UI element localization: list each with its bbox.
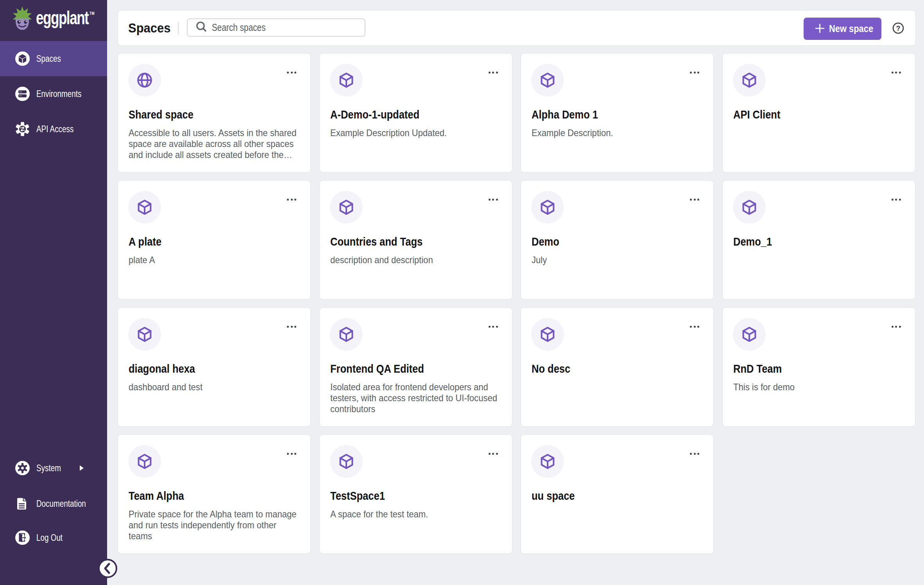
svg-text:?: ? <box>896 25 901 32</box>
